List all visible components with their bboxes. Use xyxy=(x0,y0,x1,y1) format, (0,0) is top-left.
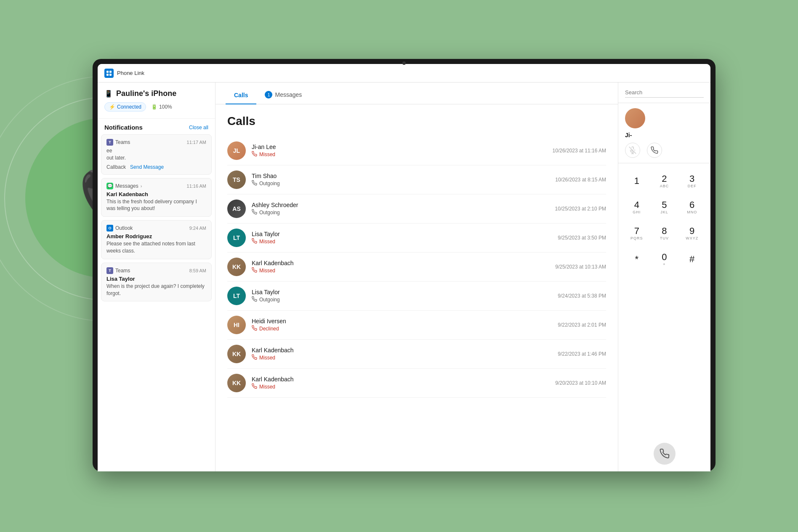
notifications-title: Notifications xyxy=(104,124,143,131)
call-contact-name: Lisa Taylor xyxy=(252,289,558,295)
notification-header: T Teams 11:17 AM xyxy=(106,139,206,146)
call-item[interactable]: KK Karl Kadenbach Missed 9/25/2023 at 10… xyxy=(227,253,606,282)
call-status-label: Missed xyxy=(259,355,275,361)
call-item[interactable]: KK Karl Kadenbach Missed 9/20/2023 at 10… xyxy=(227,369,606,398)
contact-preview: Ji- xyxy=(618,103,710,163)
call-status: Outgoing xyxy=(252,180,555,187)
phone-device-icon: 📱 xyxy=(104,90,113,98)
notification-preview: Please see the attached notes from last … xyxy=(106,240,206,255)
notification-actions: Callback Send Message xyxy=(106,164,206,170)
call-item[interactable]: HI Heidi Iversen Declined 9/22/2023 at 2… xyxy=(227,311,606,340)
call-status-label: Missed xyxy=(259,268,275,274)
call-status: Outgoing xyxy=(252,296,558,303)
laptop-screen: Phone Link 📱 Pauline's iPhone ⚡ Connecte… xyxy=(98,64,710,471)
call-item[interactable]: TS Tim Shao Outgoing 10/26/2023 at 8:15 … xyxy=(227,165,606,194)
call-type-icon xyxy=(252,354,257,361)
notification-header: 💬 Messages › 11:16 AM xyxy=(106,183,206,189)
call-timestamp: 10/26/2023 at 8:15 AM xyxy=(555,177,606,183)
call-timestamp: 9/22/2023 at 1:46 PM xyxy=(558,351,606,357)
call-avatar: HI xyxy=(227,316,246,334)
notification-item: O Outlook 9:24 AM Amber Rodriguez Please… xyxy=(101,220,212,259)
call-status-label: Outgoing xyxy=(259,297,280,303)
call-avatar: TS xyxy=(227,170,246,189)
right-panel: Ji- xyxy=(618,82,710,471)
dialer-key-#[interactable]: # xyxy=(678,247,705,272)
dialer-key-*[interactable]: * xyxy=(623,247,650,272)
notifications-header: Notifications Close all xyxy=(98,119,215,134)
mute-icon[interactable] xyxy=(625,143,640,158)
call-status: Declined xyxy=(252,325,558,332)
tab-messages[interactable]: 1 Messages xyxy=(256,85,310,104)
tab-calls[interactable]: Calls xyxy=(226,86,256,104)
call-type-icon xyxy=(252,180,257,187)
call-status: Missed xyxy=(252,354,558,361)
call-timestamp: 10/26/2023 at 11:16 AM xyxy=(553,148,606,154)
call-avatar: LT xyxy=(227,229,246,247)
device-name: 📱 Pauline's iPhone xyxy=(104,89,208,98)
notification-header: O Outlook 9:24 AM xyxy=(106,225,206,231)
send-message-button[interactable]: Send Message xyxy=(130,164,164,170)
call-type-icon xyxy=(252,238,257,245)
call-type-icon xyxy=(252,209,257,216)
notification-sender: Karl Kadenbach xyxy=(106,191,206,197)
call-item[interactable]: JL Ji-an Lee Missed 10/26/2023 at 11:16 … xyxy=(227,136,606,165)
notification-app-label: T Teams xyxy=(106,267,130,274)
call-contact-name: Tim Shao xyxy=(252,173,555,179)
outlook-app-icon: O xyxy=(106,225,113,231)
dialer-key-2[interactable]: 2 ABC xyxy=(651,168,678,194)
center-panel: Calls 1 Messages Calls JL Ji-an Lee Miss xyxy=(215,82,618,471)
dialer-key-7[interactable]: 7 PQRS xyxy=(623,221,650,246)
call-info: Heidi Iversen Declined xyxy=(252,318,558,332)
messages-badge: 1 xyxy=(265,91,272,98)
notification-time: 8:59 AM xyxy=(189,268,206,273)
title-bar: Phone Link xyxy=(98,64,710,82)
call-contact-name: Karl Kadenbach xyxy=(252,260,555,266)
connection-status-badge: ⚡ Connected xyxy=(104,102,146,112)
calls-content: Calls JL Ji-an Lee Missed 10/26/2023 at … xyxy=(215,104,618,471)
dialer-key-8[interactable]: 8 TUV xyxy=(651,221,678,246)
contact-avatar xyxy=(625,108,645,128)
call-type-icon xyxy=(252,267,257,274)
calls-title: Calls xyxy=(227,114,606,128)
notification-item: T Teams 11:17 AM eeout later. Callback S… xyxy=(101,134,212,175)
call-button-row xyxy=(618,439,710,471)
call-type-icon xyxy=(252,296,257,303)
call-contact-icon[interactable] xyxy=(647,143,662,158)
dialer-key-0[interactable]: 0 + xyxy=(651,247,678,272)
device-header: 📱 Pauline's iPhone ⚡ Connected 🔋 100% xyxy=(98,82,215,119)
dialer-key-6[interactable]: 6 MNO xyxy=(678,194,705,220)
call-avatar: KK xyxy=(227,258,246,276)
svg-rect-2 xyxy=(106,74,109,76)
app-title: Phone Link xyxy=(117,70,144,76)
dialer-key-9[interactable]: 9 WXYZ xyxy=(678,221,705,246)
call-contact-name: Karl Kadenbach xyxy=(252,347,558,354)
call-timestamp: 9/20/2023 at 10:10 AM xyxy=(555,380,606,386)
call-contact-name: Ji-an Lee xyxy=(252,144,553,150)
call-status-label: Declined xyxy=(259,326,279,332)
call-item[interactable]: AS Ashley Schroeder Outgoing 10/25/2023 … xyxy=(227,194,606,223)
notification-item: T Teams 8:59 AM Lisa Taylor When is the … xyxy=(101,263,212,302)
call-item[interactable]: KK Karl Kadenbach Missed 9/22/2023 at 1:… xyxy=(227,340,606,369)
call-status: Missed xyxy=(252,151,553,158)
svg-rect-0 xyxy=(106,71,109,73)
dialer-key-5[interactable]: 5 JKL xyxy=(651,194,678,220)
call-type-icon xyxy=(252,151,257,158)
call-item[interactable]: LT Lisa Taylor Outgoing 9/24/2023 at 5:3… xyxy=(227,282,606,311)
device-status-row: ⚡ Connected 🔋 100% xyxy=(104,102,208,112)
notification-preview: This is the fresh food delivery company … xyxy=(106,198,206,213)
left-panel: 📱 Pauline's iPhone ⚡ Connected 🔋 100% xyxy=(98,82,215,471)
notification-app-label: 💬 Messages › xyxy=(106,183,142,189)
call-info: Lisa Taylor Outgoing xyxy=(252,289,558,303)
search-input[interactable] xyxy=(625,88,704,98)
call-item[interactable]: LT Lisa Taylor Missed 9/25/2023 at 3:50 … xyxy=(227,223,606,253)
call-contact-name: Karl Kadenbach xyxy=(252,376,555,383)
dialer-key-3[interactable]: 3 DEF xyxy=(678,168,705,194)
call-avatar: JL xyxy=(227,141,246,160)
dialer-key-1[interactable]: 1 xyxy=(623,168,650,194)
notification-time: 11:16 AM xyxy=(187,184,206,189)
notification-app-label: O Outlook xyxy=(106,225,133,231)
dialer-key-4[interactable]: 4 GHI xyxy=(623,194,650,220)
call-fab-button[interactable] xyxy=(654,443,676,465)
call-info: Lisa Taylor Missed xyxy=(252,231,558,245)
close-all-button[interactable]: Close all xyxy=(189,125,208,130)
